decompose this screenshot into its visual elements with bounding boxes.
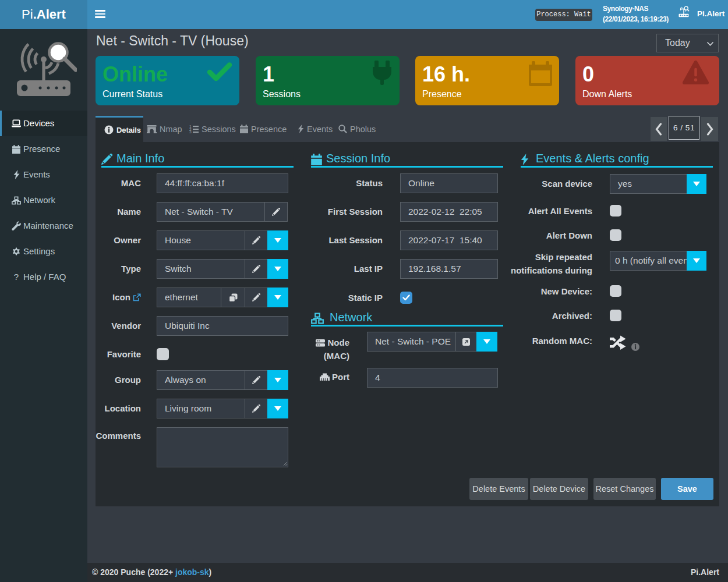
svg-text:3: 3 xyxy=(189,130,192,133)
